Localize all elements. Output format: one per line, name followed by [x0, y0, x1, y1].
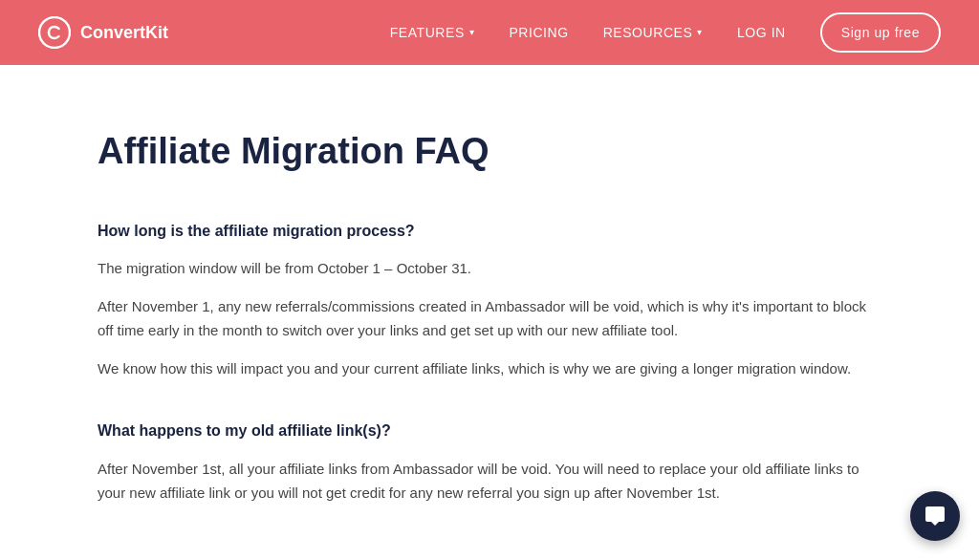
faq-answer-1-2: We know how this will impact you and you…	[98, 356, 881, 381]
navigation: ConvertKit FEATURES ▾ PRICING RESOURCES …	[0, 0, 979, 65]
nav-item-features[interactable]: FEATURES ▾	[390, 22, 475, 43]
nav-item-pricing[interactable]: PRICING	[509, 22, 568, 43]
nav-links: FEATURES ▾ PRICING RESOURCES ▾ LOG IN Si…	[390, 12, 941, 53]
main-content: Affiliate Migration FAQ How long is the …	[59, 65, 920, 560]
pricing-label: PRICING	[509, 22, 568, 43]
logo-text: ConvertKit	[80, 19, 168, 47]
faq-question-1: How long is the affiliate migration proc…	[98, 219, 881, 244]
features-chevron-icon: ▾	[469, 25, 475, 40]
nav-item-resources[interactable]: RESOURCES ▾	[603, 22, 703, 43]
faq-answer-1-1: After November 1, any new referrals/comm…	[98, 294, 881, 343]
nav-item-signup[interactable]: Sign up free	[820, 12, 941, 53]
logo-link[interactable]: ConvertKit	[38, 16, 168, 49]
signup-button[interactable]: Sign up free	[820, 12, 941, 53]
faq-question-2: What happens to my old affiliate link(s)…	[98, 419, 881, 443]
chat-widget-button[interactable]	[910, 491, 960, 541]
faq-item-1: How long is the affiliate migration proc…	[98, 219, 881, 381]
page-title: Affiliate Migration FAQ	[98, 122, 881, 181]
nav-item-login[interactable]: LOG IN	[737, 22, 786, 43]
features-label: FEATURES	[390, 22, 465, 43]
faq-answer-2-0: After November 1st, all your affiliate l…	[98, 457, 881, 506]
faq-answer-1-0: The migration window will be from Octobe…	[98, 256, 881, 281]
login-label: LOG IN	[737, 22, 786, 43]
svg-point-0	[39, 17, 70, 48]
resources-chevron-icon: ▾	[697, 25, 703, 40]
convertkit-logo-icon	[38, 16, 71, 49]
faq-item-2: What happens to my old affiliate link(s)…	[98, 419, 881, 506]
resources-label: RESOURCES	[603, 22, 693, 43]
chat-icon	[924, 505, 946, 528]
